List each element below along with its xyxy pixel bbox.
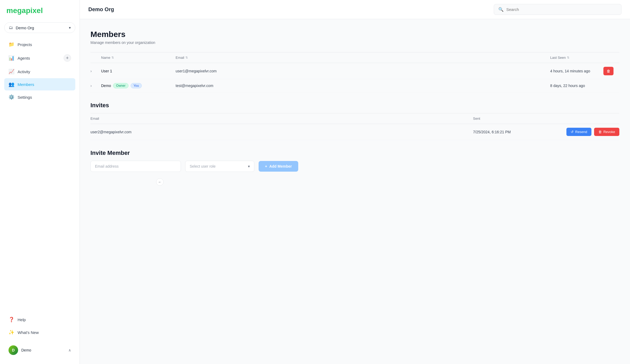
org-selector[interactable]: 🗂 Demo Org ▾ — [4, 22, 75, 33]
sidebar-item-projects[interactable]: 📁 Projects — [4, 38, 75, 51]
chevron-down-icon: ▾ — [69, 26, 71, 30]
help-icon: ❓ — [9, 317, 14, 322]
avatar: D — [9, 345, 18, 355]
expand-row-button[interactable]: › — [90, 84, 101, 88]
nav-items: 📁 Projects 📊 Agents + 📈 Activity 👥 Membe… — [4, 38, 75, 313]
collapse-sidebar-button[interactable]: ← — [156, 178, 164, 186]
col-email: Email ⇅ — [176, 56, 550, 60]
members-section: Name ⇅ Email ⇅ Last Seen ⇅ › — [90, 52, 619, 92]
role-select[interactable]: Select user role ▾ — [185, 161, 254, 172]
sidebar-item-label: Projects — [18, 42, 32, 47]
invites-section: Invites Email Sent user2@megapixelvr.com… — [90, 102, 619, 140]
sidebar-item-label: Activity — [18, 69, 30, 74]
expand-row-button[interactable]: › — [90, 69, 101, 73]
sidebar: megapixel 🗂 Demo Org ▾ 📁 Projects 📊 Agen… — [0, 0, 80, 364]
invite-actions: ↺ Resend 🗑 Revoke — [553, 128, 619, 136]
page-title: Members — [90, 30, 619, 39]
invite-sent: 7/25/2024, 6:16:21 PM — [473, 130, 553, 134]
sidebar-bottom: ❓ Help ✨ What's New — [4, 313, 75, 338]
header-title: Demo Org — [88, 6, 114, 13]
delete-member-button[interactable]: 🗑 — [603, 67, 614, 75]
footer-username: Demo — [21, 348, 31, 352]
projects-icon: 📁 — [9, 42, 14, 47]
sidebar-item-label: Settings — [18, 95, 32, 100]
invites-title: Invites — [90, 102, 619, 109]
invite-form-title: Invite Member — [90, 150, 619, 156]
invites-table-header: Email Sent — [90, 113, 619, 124]
member-email: test@megapixelvr.com — [176, 84, 550, 88]
you-badge: You — [131, 83, 142, 88]
member-name: Demo Owner You — [101, 83, 176, 88]
plus-icon: + — [265, 164, 267, 168]
sidebar-item-agents[interactable]: 📊 Agents + — [4, 51, 75, 65]
members-icon: 👥 — [9, 81, 14, 87]
col-last-seen: Last Seen ⇅ — [550, 56, 603, 60]
sidebar-item-members[interactable]: 👥 Members — [4, 78, 75, 90]
member-email: user1@megapixelvr.com — [176, 69, 550, 73]
search-box[interactable]: 🔍 — [494, 4, 621, 15]
sort-name-icon[interactable]: ⇅ — [111, 56, 114, 59]
sidebar-item-whats-new[interactable]: ✨ What's New — [4, 326, 75, 338]
org-name: Demo Org — [16, 26, 34, 30]
sidebar-item-label: Agents — [18, 56, 30, 60]
sidebar-item-label: What's New — [18, 330, 39, 335]
table-row: › User 1 user1@megapixelvr.com 4 hours, … — [90, 63, 619, 79]
sidebar-item-activity[interactable]: 📈 Activity — [4, 65, 75, 78]
member-last-seen: 4 hours, 14 minutes ago — [550, 69, 603, 73]
sort-last-seen-icon[interactable]: ⇅ — [567, 56, 569, 59]
role-select-placeholder: Select user role — [190, 164, 215, 168]
table-row: › Demo Owner You test@megapixelvr.com 8 … — [90, 79, 619, 92]
invite-form: Select user role ▾ + Add Member — [90, 161, 619, 172]
invites-table: Email Sent user2@megapixelvr.com 7/25/20… — [90, 113, 619, 140]
owner-badge: Owner — [113, 83, 128, 88]
page-subtitle: Manage members on your organization — [90, 40, 619, 45]
user-footer[interactable]: D Demo ∧ — [4, 343, 75, 358]
org-icon: 🗂 — [9, 25, 13, 30]
sidebar-item-label: Help — [18, 317, 26, 322]
sidebar-item-help[interactable]: ❓ Help — [4, 313, 75, 326]
table-header: Name ⇅ Email ⇅ Last Seen ⇅ — [90, 52, 619, 63]
agents-icon: 📊 — [9, 55, 14, 61]
role-select-chevron-icon: ▾ — [248, 164, 250, 168]
invite-row: user2@megapixelvr.com 7/25/2024, 6:16:21… — [90, 124, 619, 140]
search-icon: 🔍 — [498, 7, 504, 12]
col-invite-email: Email — [90, 117, 473, 121]
sidebar-item-label: Members — [18, 82, 34, 87]
col-name: Name ⇅ — [101, 56, 176, 60]
invite-email-input[interactable] — [90, 161, 181, 172]
sidebar-item-settings[interactable]: ⚙️ Settings — [4, 91, 75, 103]
page-content: Members Manage members on your organizat… — [80, 19, 630, 364]
member-name: User 1 — [101, 69, 176, 73]
resend-invite-button[interactable]: ↺ Resend — [566, 128, 591, 136]
invite-email: user2@megapixelvr.com — [90, 130, 473, 134]
settings-icon: ⚙️ — [9, 94, 14, 100]
revoke-invite-button[interactable]: 🗑 Revoke — [594, 128, 619, 136]
sort-email-icon[interactable]: ⇅ — [185, 56, 188, 59]
add-agent-button[interactable]: + — [64, 54, 71, 62]
member-last-seen: 8 days, 22 hours ago — [550, 84, 603, 88]
members-table: Name ⇅ Email ⇅ Last Seen ⇅ › — [90, 52, 619, 92]
whats-new-icon: ✨ — [9, 329, 14, 335]
add-member-button[interactable]: + Add Member — [259, 161, 298, 172]
app-logo: megapixel — [4, 6, 75, 15]
activity-icon: 📈 — [9, 69, 14, 75]
revoke-icon: 🗑 — [598, 130, 602, 134]
header: Demo Org 🔍 — [80, 0, 630, 19]
col-invite-sent: Sent — [473, 117, 553, 121]
footer-chevron-icon: ∧ — [68, 348, 71, 352]
invite-form-section: Invite Member Select user role ▾ + Add M… — [90, 150, 619, 172]
resend-icon: ↺ — [571, 130, 574, 134]
search-input[interactable] — [506, 7, 617, 12]
